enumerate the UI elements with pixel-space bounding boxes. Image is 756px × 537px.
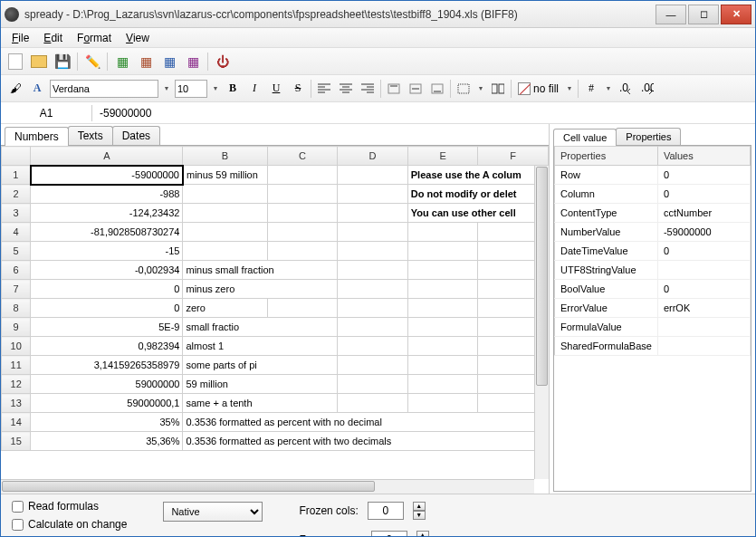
- table-row: 5-15: [2, 242, 549, 261]
- prop-row: SharedFormulaBase: [555, 337, 751, 356]
- align-center-icon[interactable]: [337, 80, 355, 98]
- mode-select[interactable]: Native: [163, 502, 263, 522]
- table-row: 4-81,9028508730274: [2, 223, 549, 242]
- merge-icon[interactable]: [489, 80, 507, 98]
- format-painter-icon[interactable]: [6, 80, 24, 98]
- col-C[interactable]: C: [267, 147, 338, 166]
- tab-texts[interactable]: Texts: [68, 126, 113, 145]
- spin-down-icon[interactable]: ▼: [413, 511, 426, 520]
- spin-up-icon[interactable]: ▲: [416, 531, 429, 537]
- properties-panel: PropertiesValues Row0 Column0 ContentTyp…: [553, 146, 751, 492]
- dec-dec-icon[interactable]: .00: [638, 80, 656, 98]
- border-dd-icon[interactable]: ▼: [476, 85, 485, 91]
- col-E[interactable]: E: [407, 147, 478, 166]
- col-A[interactable]: A: [31, 147, 183, 166]
- table-row: 6-0,002934minus small fraction: [2, 261, 549, 280]
- col-B[interactable]: B: [183, 147, 267, 166]
- sheet-btn-3[interactable]: [160, 53, 178, 71]
- table-row: 1435%0.3536 formatted as percent with no…: [2, 413, 549, 432]
- fill-dd-icon[interactable]: ▼: [565, 85, 574, 91]
- valign-middle-icon[interactable]: [407, 80, 425, 98]
- col-F[interactable]: F: [478, 147, 549, 166]
- toolbar-format: ▼ ▼ B I U S ▼ no fill ▼ # ▼ .0 .00: [1, 75, 755, 102]
- bold-button[interactable]: B: [224, 80, 242, 98]
- save-button[interactable]: [53, 53, 72, 71]
- new-button[interactable]: [6, 53, 24, 71]
- prop-row: Column0: [555, 185, 751, 204]
- prop-row: DateTimeValue0: [555, 242, 751, 261]
- align-left-icon[interactable]: [315, 80, 333, 98]
- valign-top-icon[interactable]: [385, 80, 403, 98]
- edit-button[interactable]: [83, 53, 101, 71]
- read-formulas-checkbox[interactable]: Read formulas: [12, 500, 127, 513]
- italic-button[interactable]: I: [245, 80, 263, 98]
- col-D[interactable]: D: [338, 147, 408, 166]
- rtab-properties[interactable]: Properties: [616, 128, 681, 145]
- align-right-icon[interactable]: [359, 80, 377, 98]
- calc-on-change-checkbox[interactable]: Calculate on change: [12, 518, 127, 531]
- menu-edit[interactable]: Edit: [36, 30, 70, 46]
- menubar: File Edit Format View: [1, 28, 755, 48]
- prop-row: UTF8StringValue: [555, 261, 751, 280]
- font-name-select[interactable]: [50, 80, 158, 98]
- size-dd-icon[interactable]: ▼: [211, 85, 220, 91]
- table-row: 2-988Do not modify or delet: [2, 185, 549, 204]
- exit-button[interactable]: [214, 53, 232, 71]
- table-row: 95E-9small fractio: [2, 318, 549, 337]
- prop-row: FormulaValue: [555, 318, 751, 337]
- table-row: 113,14159265358979some parts of pi: [2, 356, 549, 375]
- border-icon[interactable]: [455, 80, 473, 98]
- prop-row: Row0: [555, 166, 751, 185]
- table-row: 1535,36%0.3536 formatted as percent with…: [2, 432, 549, 451]
- close-button[interactable]: ✕: [721, 5, 751, 24]
- open-button[interactable]: [30, 53, 48, 71]
- frozen-cols-input[interactable]: [368, 502, 404, 520]
- scrollbar-vertical[interactable]: [534, 166, 549, 479]
- prop-row: NumberValue-59000000: [555, 223, 751, 242]
- svg-rect-4: [492, 84, 497, 93]
- corner-header[interactable]: [2, 147, 31, 166]
- menu-file[interactable]: File: [5, 30, 36, 46]
- valign-bottom-icon[interactable]: [428, 80, 446, 98]
- scrollbar-horizontal[interactable]: [1, 479, 534, 494]
- numfmt-hash-icon[interactable]: #: [582, 80, 600, 98]
- table-row: 70minus zero: [2, 280, 549, 299]
- dec-inc-icon[interactable]: .0: [617, 80, 635, 98]
- tab-numbers[interactable]: Numbers: [5, 127, 69, 146]
- table-row: 125900000059 million: [2, 375, 549, 394]
- spin-up-icon[interactable]: ▲: [413, 502, 426, 511]
- prop-row: ContentTypecctNumber: [555, 204, 751, 223]
- nofill-label: no fill: [533, 82, 559, 95]
- svg-text:.00: .00: [641, 83, 654, 94]
- numfmt-dd-icon[interactable]: ▼: [604, 85, 613, 91]
- window-title: spready - D:\Prog_Lazarus\svn\lazarus-cc…: [24, 8, 656, 21]
- table-row: 1359000000,1same + a tenth: [2, 394, 549, 413]
- frozen-rows-label: Frozen rows:: [299, 533, 361, 537]
- font-color-icon[interactable]: [28, 80, 46, 98]
- underline-button[interactable]: U: [267, 80, 285, 98]
- maximize-button[interactable]: ◻: [688, 5, 719, 24]
- toolbar-main: [1, 48, 755, 75]
- sheet-btn-2[interactable]: [137, 53, 155, 71]
- strike-button[interactable]: S: [289, 80, 307, 98]
- menu-view[interactable]: View: [119, 30, 157, 46]
- font-size-select[interactable]: [175, 80, 207, 98]
- menu-format[interactable]: Format: [70, 30, 119, 46]
- prop-header-name: Properties: [555, 147, 658, 166]
- font-dd-icon[interactable]: ▼: [162, 85, 171, 91]
- fill-color-button[interactable]: no fill: [515, 81, 561, 97]
- spreadsheet-grid[interactable]: A B C D E F 1-59000000minus 59 millionPl…: [1, 146, 549, 451]
- sheet-btn-4[interactable]: [184, 53, 202, 71]
- prop-header-value: Values: [657, 147, 750, 166]
- table-row: 1-59000000minus 59 millionPlease use the…: [2, 166, 549, 185]
- sheet-btn-1[interactable]: [113, 53, 131, 71]
- svg-text:.0: .0: [619, 83, 628, 94]
- tab-dates[interactable]: Dates: [112, 126, 160, 145]
- nofill-swatch-icon: [518, 82, 531, 95]
- svg-rect-5: [499, 84, 504, 93]
- rtab-cellvalue[interactable]: Cell value: [553, 129, 617, 146]
- table-row: 3-124,23432You can use other cell: [2, 204, 549, 223]
- frozen-rows-input[interactable]: [371, 531, 407, 537]
- cell-reference[interactable]: A1: [8, 107, 84, 120]
- minimize-button[interactable]: —: [656, 5, 686, 24]
